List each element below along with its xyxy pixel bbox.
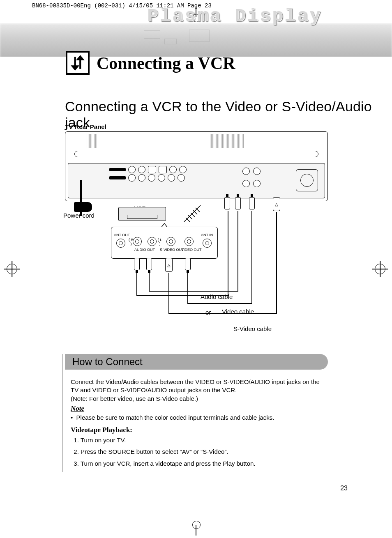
crop-mark-bottom <box>196 525 196 536</box>
antenna-icon <box>180 201 205 226</box>
power-cord-line <box>80 180 82 216</box>
step-2: Press the SOURCE button to select “AV” o… <box>81 448 325 456</box>
connect-text-2: (Note: For better video, use an S-Video … <box>71 395 198 402</box>
connect-paragraph: Connect the Video/Audio cables between t… <box>71 378 325 403</box>
crop-mark-left <box>4 264 20 274</box>
section-subtitle: Connecting a VCR to the Video or S-Video… <box>65 99 392 131</box>
tv-rear-panel <box>65 131 328 201</box>
svideo-connector-icon <box>273 197 280 211</box>
svideo-connector-icon <box>165 258 173 272</box>
diagram-caption: TV Rear Panel <box>65 123 106 130</box>
crop-mark-right <box>372 264 388 274</box>
vcr-rear-panel: ANT OUT ( R ) ( L ) AUDIO OUT S-VIDEO OU… <box>111 227 218 259</box>
svideo-cable-label: S-Video cable <box>233 325 272 332</box>
section-rule <box>62 354 63 472</box>
connector-icon <box>224 197 230 209</box>
connector-icon <box>249 197 255 209</box>
or-label: or <box>205 309 211 316</box>
video-cable-label: Video cable <box>222 308 254 315</box>
ant-out-label: ANT OUT <box>114 233 130 237</box>
video-out-label: VIDEO OUT <box>181 248 202 252</box>
power-cord-label: Power cord <box>63 212 95 219</box>
page-title: Connecting a VCR <box>97 53 235 73</box>
connector-icon <box>134 258 140 270</box>
step-3: Turn on your VCR, insert a videotape and… <box>81 460 325 468</box>
connect-text-1: Connect the Video/Audio cables between t… <box>71 378 320 393</box>
audio-out-label: AUDIO OUT <box>134 248 155 252</box>
step-1: Turn on your TV. <box>81 436 325 444</box>
power-plug-icon <box>74 202 92 212</box>
page-number: 23 <box>340 485 348 492</box>
note-heading: Note <box>71 405 84 412</box>
playback-steps: Turn on your TV. Press the SOURCE button… <box>81 436 325 468</box>
audio-cable-label: Audio cable <box>201 293 233 300</box>
connection-diagram: VCR Power cord ANT OUT ( R ) ( L ) AUDIO… <box>65 131 328 337</box>
r-label: ( R ) <box>129 238 134 246</box>
banner-title: Plasma Display <box>147 6 322 26</box>
ant-in-label: ANT IN <box>201 233 213 237</box>
section-icon <box>66 51 90 75</box>
videotape-heading: Videotape Playback: <box>71 426 132 434</box>
banner-decoration <box>140 26 269 51</box>
note-bullet: • Please be sure to match the color code… <box>71 414 274 421</box>
vcr-device-icon <box>118 207 166 221</box>
how-to-connect-text: How to Connect <box>72 356 143 368</box>
connector-icon <box>146 258 152 270</box>
l-label: ( L ) <box>157 238 162 246</box>
connector-icon <box>185 258 191 270</box>
connector-icon <box>235 197 241 209</box>
how-to-connect-heading: How to Connect <box>65 354 328 370</box>
antenna-input-icon <box>296 169 318 191</box>
svideo-out-label: S-VIDEO OUT <box>160 248 184 252</box>
